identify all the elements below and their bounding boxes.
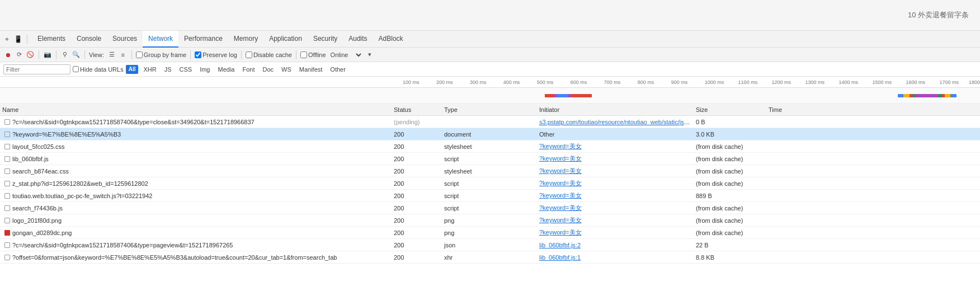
camera-button[interactable]: 📷: [43, 50, 52, 59]
cell-size: 889 B: [694, 193, 766, 199]
timeline-tick-label: 100 ms: [403, 79, 420, 85]
table-row[interactable]: logo_201f80d.png200png?keyword=美女(from d…: [0, 214, 980, 227]
filter-doc-btn[interactable]: Doc: [260, 64, 276, 74]
initiator-link[interactable]: ?keyword=美女: [539, 229, 582, 236]
timeline-ticks: 100 ms200 ms300 ms400 ms500 ms600 ms700 …: [0, 77, 980, 88]
tab-network[interactable]: Network: [143, 31, 178, 48]
preserve-log-label[interactable]: Preserve log: [195, 51, 237, 58]
cell-initiator: Other: [537, 131, 694, 138]
timeline-tick-label: 1400 ms: [839, 79, 859, 85]
table-row[interactable]: ?c=/search/&sid=0gtnkpcaw1521718587406&t…: [0, 239, 980, 251]
filter-css-btn[interactable]: CSS: [177, 64, 195, 74]
tab-adblock[interactable]: AdBlock: [373, 31, 409, 48]
table-row[interactable]: ?keyword=%E7%BE%8E%E5%A5%B3200documentOt…: [0, 128, 980, 140]
filter-font-btn[interactable]: Font: [239, 64, 257, 74]
table-row[interactable]: search_b874eac.css200stylesheet?keyword=…: [0, 165, 980, 177]
tab-sources[interactable]: Sources: [107, 31, 143, 48]
toolbar-separator-6: [241, 50, 242, 59]
file-icon: [4, 230, 10, 236]
initiator-link[interactable]: ?keyword=美女: [539, 217, 582, 223]
tab-elements[interactable]: Elements: [32, 31, 71, 48]
throttle-select[interactable]: Online Fast 3G Slow 3G Offline: [328, 51, 363, 59]
cell-initiator[interactable]: lib_060bfbf.js:1: [537, 254, 694, 261]
toolbar-separator-7: [296, 50, 296, 59]
table-row[interactable]: gongan_d0289dc.png200png?keyword=美女(from…: [0, 227, 980, 239]
filter-button[interactable]: ⚲: [60, 50, 69, 59]
cell-initiator[interactable]: lib_060bfbf.js:2: [537, 242, 694, 249]
filter-input[interactable]: [3, 64, 70, 74]
device-icon[interactable]: 📱: [13, 35, 22, 44]
hide-data-urls-label[interactable]: Hide data URLs: [73, 66, 124, 73]
col-header-initiator[interactable]: Initiator: [537, 106, 694, 113]
col-header-size[interactable]: Size: [694, 106, 766, 113]
inspect-icon[interactable]: ⌖: [2, 35, 11, 44]
file-icon: [4, 132, 10, 137]
col-header-time[interactable]: Time: [766, 106, 980, 113]
cell-initiator[interactable]: ?keyword=美女: [537, 204, 694, 212]
initiator-link[interactable]: ?keyword=美女: [539, 143, 582, 149]
hide-data-urls-checkbox[interactable]: [73, 66, 79, 72]
throttle-dropdown-icon[interactable]: ▾: [365, 50, 374, 59]
view-list-btn[interactable]: ☰: [107, 50, 116, 59]
cell-size: (from disk cache): [694, 205, 766, 212]
cell-initiator[interactable]: ?keyword=美女: [537, 179, 694, 187]
table-row[interactable]: ?offset=0&format=json&keyword=%E7%BE%8E%…: [0, 251, 980, 264]
initiator-link[interactable]: lib_060bfbf.js:2: [539, 242, 581, 249]
clear-button[interactable]: 🚫: [26, 50, 35, 59]
col-header-type[interactable]: Type: [442, 106, 537, 113]
tab-application[interactable]: Application: [263, 31, 308, 48]
cell-initiator[interactable]: s3.pstatp.com/toutiao/resource/ntoutiao_…: [537, 119, 694, 125]
filter-js-btn[interactable]: JS: [162, 64, 175, 74]
cell-name: z_stat.php?id=1259612802&web_id=12596128…: [0, 180, 392, 187]
disable-cache-checkbox[interactable]: [246, 51, 252, 58]
stop-button[interactable]: ⟳: [15, 50, 23, 59]
group-by-frame-label[interactable]: Group by frame: [136, 51, 186, 58]
col-header-name[interactable]: Name: [0, 106, 392, 113]
disable-cache-label[interactable]: Disable cache: [246, 51, 292, 58]
cell-initiator[interactable]: ?keyword=美女: [537, 216, 694, 224]
table-row[interactable]: ?c=/search/&sid=0gtnkpcaw1521718587406&t…: [0, 116, 980, 128]
cell-initiator[interactable]: ?keyword=美女: [537, 154, 694, 163]
table-row[interactable]: toutiao.web.toutiao_pc-pc-fe_switch.js?t…: [0, 190, 980, 202]
filter-manifest-btn[interactable]: Manifest: [296, 64, 326, 74]
table-row[interactable]: lib_060bfbf.js200script?keyword=美女(from …: [0, 153, 980, 165]
table-row[interactable]: search_f74436b.js200script?keyword=美女(fr…: [0, 202, 980, 214]
row-name-text: layout_5fcc025.css: [12, 143, 65, 150]
preserve-log-checkbox[interactable]: [195, 51, 201, 58]
cell-initiator[interactable]: ?keyword=美女: [537, 191, 694, 200]
timeline-tick-label: 200 ms: [436, 79, 453, 85]
tab-audits[interactable]: Audits: [343, 31, 373, 48]
tab-performance[interactable]: Performance: [178, 31, 228, 48]
search-button[interactable]: 🔍: [72, 50, 81, 59]
cell-initiator[interactable]: ?keyword=美女: [537, 167, 694, 175]
tab-memory[interactable]: Memory: [228, 31, 263, 48]
col-header-status[interactable]: Status: [392, 106, 442, 113]
initiator-link[interactable]: s3.pstatp.com/toutiao/resource/ntoutiao_…: [539, 119, 694, 125]
cell-initiator[interactable]: ?keyword=美女: [537, 142, 694, 151]
cell-initiator[interactable]: ?keyword=美女: [537, 228, 694, 237]
record-button[interactable]: ⏺: [3, 50, 12, 59]
cell-name: logo_201f80d.png: [0, 217, 392, 224]
tab-security[interactable]: Security: [308, 31, 343, 48]
offline-checkbox[interactable]: [300, 51, 307, 58]
filter-media-btn[interactable]: Media: [215, 64, 237, 74]
tab-console[interactable]: Console: [71, 31, 107, 48]
filter-other-btn[interactable]: Other: [327, 64, 348, 74]
initiator-link[interactable]: ?keyword=美女: [539, 167, 582, 174]
filter-xhr-btn[interactable]: XHR: [140, 64, 159, 74]
group-by-frame-checkbox[interactable]: [136, 51, 143, 58]
initiator-link[interactable]: ?keyword=美女: [539, 192, 582, 199]
offline-label[interactable]: Offline: [300, 51, 326, 58]
filter-img-btn[interactable]: Img: [197, 64, 213, 74]
filter-all-btn[interactable]: All: [126, 65, 139, 74]
table-row[interactable]: z_stat.php?id=1259612802&web_id=12596128…: [0, 177, 980, 190]
filter-ws-btn[interactable]: WS: [279, 64, 294, 74]
table-row[interactable]: layout_5fcc025.css200stylesheet?keyword=…: [0, 140, 980, 153]
initiator-link[interactable]: ?keyword=美女: [539, 204, 582, 211]
initiator-link[interactable]: lib_060bfbf.js:1: [539, 254, 581, 261]
initiator-link[interactable]: ?keyword=美女: [539, 180, 582, 186]
row-name-text: lib_060bfbf.js: [12, 156, 49, 162]
initiator-link[interactable]: ?keyword=美女: [539, 155, 582, 162]
view-detail-btn[interactable]: ≡: [119, 50, 128, 59]
cell-size: (from disk cache): [694, 229, 766, 236]
